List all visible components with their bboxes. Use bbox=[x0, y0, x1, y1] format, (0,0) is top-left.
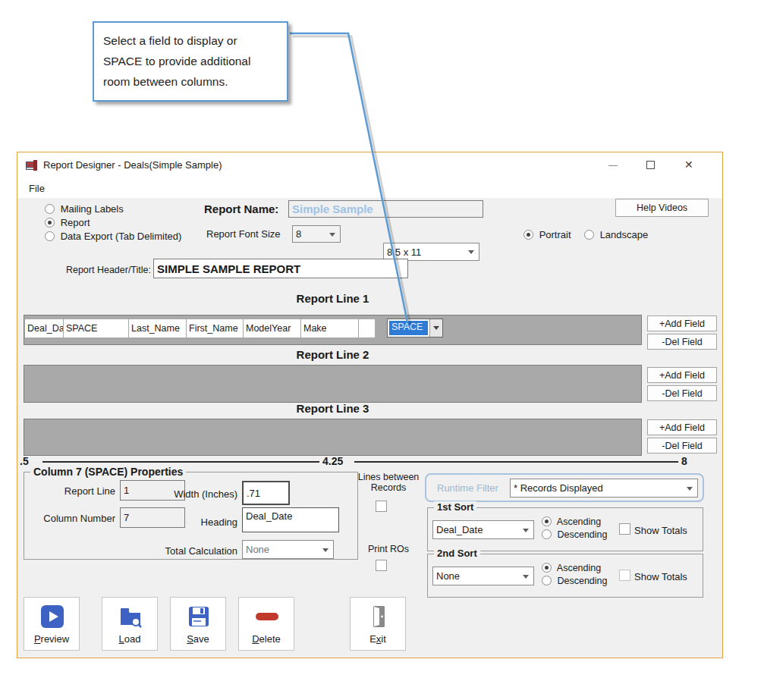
field-cell-empty[interactable] bbox=[359, 319, 375, 337]
first-sort-show-totals-checkbox[interactable] bbox=[619, 523, 630, 535]
field-cell[interactable]: ModelYear bbox=[244, 319, 300, 337]
first-sort-descending[interactable]: Descending bbox=[542, 529, 608, 540]
lines-between-records-checkbox[interactable] bbox=[376, 501, 387, 512]
ruler-mark-left: .5 bbox=[20, 455, 29, 467]
column-properties-group: Column 7 (SPACE) Properties Report Line … bbox=[24, 472, 358, 560]
line3-add-field-button[interactable]: +Add Field bbox=[647, 419, 717, 435]
save-button-label: Save bbox=[171, 633, 225, 645]
report-line-number-label: Report Line bbox=[30, 485, 115, 497]
second-sort-ascending[interactable]: Ascending bbox=[542, 563, 601, 573]
first-sort-title: 1st Sort bbox=[434, 501, 476, 513]
delete-button[interactable]: Delete bbox=[238, 597, 294, 651]
first-sort-ascending-circle[interactable] bbox=[542, 516, 552, 526]
field-cell[interactable]: First_Name bbox=[187, 319, 243, 337]
field-cell[interactable]: SPACE bbox=[64, 319, 128, 337]
report-name-field[interactable]: Simple Sample bbox=[288, 200, 483, 218]
line3-del-field-button[interactable]: -Del Field bbox=[647, 438, 717, 454]
radio-data-export-label: Data Export (Tab Delimited) bbox=[61, 231, 182, 242]
close-icon[interactable]: ✕ bbox=[684, 159, 693, 171]
field-combobox[interactable]: SPACE bbox=[387, 319, 443, 337]
delete-button-label: Delete bbox=[239, 633, 294, 645]
first-sort-group: 1st Sort Deal_Date Ascending Descending … bbox=[427, 507, 703, 551]
second-sort-descending-circle[interactable] bbox=[542, 576, 552, 585]
minus-icon bbox=[254, 604, 280, 629]
second-sort-descending[interactable]: Descending bbox=[542, 576, 608, 586]
report-header-field[interactable]: SIMPLE SAMPLE REPORT bbox=[153, 259, 408, 278]
menu-file[interactable]: File bbox=[25, 181, 49, 196]
screenshot-stage: Select a field to display or SPACE to pr… bbox=[0, 0, 764, 700]
radio-mailing-labels-circle[interactable] bbox=[45, 204, 55, 214]
first-sort-dropdown[interactable]: Deal_Date bbox=[432, 520, 534, 539]
radio-portrait[interactable]: Portrait bbox=[523, 229, 571, 240]
radio-mailing-labels-label: Mailing Labels bbox=[61, 203, 124, 215]
line1-del-field-button[interactable]: -Del Field bbox=[647, 334, 717, 350]
preview-button-label: Preview bbox=[24, 633, 79, 645]
line2-add-field-button[interactable]: +Add Field bbox=[647, 367, 717, 383]
play-icon bbox=[39, 604, 65, 629]
print-ros-checkbox[interactable] bbox=[376, 560, 387, 571]
report-name-label: Report Name: bbox=[204, 202, 278, 215]
radio-portrait-label: Portrait bbox=[539, 229, 571, 240]
report-line-2-heading: Report Line 2 bbox=[24, 348, 642, 361]
second-sort-show-totals-label: Show Totals bbox=[634, 571, 687, 582]
load-button-label: Load bbox=[102, 633, 157, 645]
first-sort-descending-circle[interactable] bbox=[542, 529, 552, 539]
first-sort-ascending[interactable]: Ascending bbox=[542, 516, 601, 527]
radio-mailing-labels[interactable]: Mailing Labels bbox=[45, 203, 124, 215]
lines-between-line2: Records bbox=[344, 482, 433, 493]
folder-search-icon bbox=[118, 604, 143, 629]
first-sort-descending-label: Descending bbox=[557, 529, 607, 540]
ruler-mark-right: 8 bbox=[681, 455, 687, 467]
width-inches-label: Width (Inches) bbox=[143, 488, 237, 500]
lines-between-line1: Lines between bbox=[344, 472, 433, 482]
second-sort-ascending-label: Ascending bbox=[557, 563, 601, 573]
field-cell[interactable]: Deal_Date bbox=[25, 319, 63, 337]
radio-data-export[interactable]: Data Export (Tab Delimited) bbox=[45, 231, 181, 242]
second-sort-dropdown[interactable]: None bbox=[432, 567, 534, 585]
report-line-1-heading: Report Line 1 bbox=[24, 292, 642, 305]
exit-button[interactable]: Exit bbox=[350, 597, 406, 651]
report-line-1-strip[interactable]: Deal_Date SPACE Last_Name First_Name Mod… bbox=[24, 315, 642, 345]
report-designer-window: Report Designer - Deals(Simple Sample) ✕… bbox=[17, 152, 723, 658]
radio-landscape[interactable]: Landscape bbox=[584, 229, 648, 240]
load-button[interactable]: Load bbox=[102, 597, 158, 651]
ruler-mark-mid: 4.25 bbox=[322, 455, 343, 467]
column-number-label: Column Number bbox=[30, 513, 115, 524]
chevron-down-icon[interactable] bbox=[429, 319, 442, 337]
field-cell[interactable]: Make bbox=[301, 319, 358, 337]
report-line-2-strip[interactable] bbox=[24, 365, 642, 403]
maximize-icon[interactable] bbox=[646, 161, 655, 169]
field-cell[interactable]: Last_Name bbox=[129, 319, 186, 337]
second-sort-ascending-circle[interactable] bbox=[542, 563, 552, 573]
preview-button[interactable]: Preview bbox=[24, 597, 80, 651]
title-bar[interactable]: Report Designer - Deals(Simple Sample) ✕ bbox=[17, 152, 722, 178]
line1-add-field-button[interactable]: +Add Field bbox=[647, 315, 717, 331]
first-sort-ascending-label: Ascending bbox=[557, 516, 601, 527]
second-sort-title: 2nd Sort bbox=[434, 548, 480, 559]
menu-bar: File bbox=[17, 178, 722, 198]
total-calculation-label: Total Calculation bbox=[143, 545, 237, 557]
help-videos-button[interactable]: Help Videos bbox=[615, 199, 709, 217]
runtime-filter-dropdown[interactable]: * Records Displayed bbox=[510, 479, 698, 498]
field-combobox-value[interactable]: SPACE bbox=[389, 321, 428, 335]
ruler-line-1 bbox=[42, 461, 319, 463]
radio-data-export-circle[interactable] bbox=[45, 231, 55, 241]
second-sort-show-totals-checkbox[interactable] bbox=[619, 570, 630, 581]
minimize-icon[interactable] bbox=[608, 165, 618, 166]
radio-portrait-circle[interactable] bbox=[523, 230, 533, 240]
radio-report-circle[interactable] bbox=[45, 218, 55, 228]
font-size-dropdown[interactable]: 8 bbox=[292, 225, 341, 243]
save-button[interactable]: Save bbox=[170, 597, 226, 651]
callout-text-line1: Select a field to display or bbox=[103, 30, 278, 51]
second-sort-group: 2nd Sort None Ascending Descending Show … bbox=[427, 554, 703, 598]
width-inches-field[interactable]: .71 bbox=[242, 481, 290, 505]
heading-field[interactable]: Deal_Date bbox=[242, 507, 339, 532]
report-line-3-heading: Report Line 3 bbox=[24, 402, 642, 415]
total-calculation-dropdown[interactable]: None bbox=[242, 540, 334, 559]
callout-text-line3: room between columns. bbox=[103, 71, 278, 92]
report-line-3-strip[interactable] bbox=[24, 419, 642, 456]
app-icon bbox=[25, 159, 38, 171]
radio-landscape-circle[interactable] bbox=[584, 230, 594, 240]
radio-report[interactable]: Report bbox=[45, 217, 90, 228]
line2-del-field-button[interactable]: -Del Field bbox=[647, 385, 717, 401]
